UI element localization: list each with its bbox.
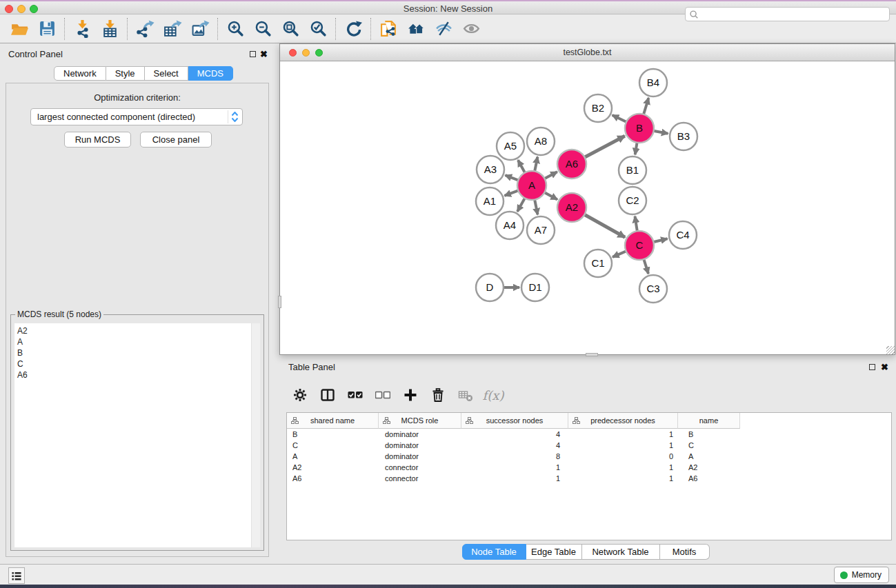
tab-motifs[interactable]: Motifs bbox=[660, 544, 710, 560]
toggle-column-view-button[interactable] bbox=[319, 386, 337, 404]
cell-0-2[interactable]: 4 bbox=[461, 429, 568, 440]
graph-node-A4[interactable]: A4 bbox=[496, 212, 524, 239]
cell-2-2[interactable]: 8 bbox=[461, 451, 568, 462]
table-row-A2[interactable]: A2connector11A2 bbox=[287, 462, 891, 473]
cell-1-3[interactable]: 1 bbox=[568, 440, 678, 451]
bottom-splitter-grip[interactable] bbox=[586, 353, 598, 356]
delete-column-button[interactable] bbox=[429, 386, 447, 404]
cell-1-1[interactable]: dominator bbox=[379, 440, 461, 451]
tab-network[interactable]: Network bbox=[54, 66, 106, 81]
cell-4-2[interactable]: 1 bbox=[461, 473, 568, 484]
network-canvas[interactable]: B4B2BB3A8A5A6A3B1AA1C2A2A4A7C4CC1C3DD1 bbox=[280, 61, 895, 354]
export-image-button[interactable] bbox=[186, 17, 214, 41]
mcds-result-item-a[interactable]: A bbox=[14, 336, 260, 347]
tab-select[interactable]: Select bbox=[145, 66, 188, 81]
graph-node-A7[interactable]: A7 bbox=[527, 216, 555, 244]
column-header-successor-nodes[interactable]: successor nodes bbox=[461, 413, 568, 429]
mcds-result-scrollbar[interactable] bbox=[251, 323, 260, 547]
table-row-A6[interactable]: A6connector11A6 bbox=[287, 473, 891, 484]
zoom-fit-button[interactable] bbox=[277, 17, 304, 41]
select-all-checkboxes-button[interactable] bbox=[346, 386, 364, 404]
table-panel-close-button[interactable]: ✖ bbox=[881, 363, 888, 372]
left-splitter-grip[interactable] bbox=[278, 296, 281, 308]
zoom-in-button[interactable] bbox=[221, 17, 249, 41]
graph-node-B3[interactable]: B3 bbox=[670, 123, 697, 150]
cell-1-0[interactable]: C bbox=[287, 440, 379, 451]
cell-0-4[interactable]: B bbox=[678, 429, 740, 440]
tab-style[interactable]: Style bbox=[106, 66, 145, 81]
cell-3-1[interactable]: connector bbox=[379, 462, 461, 473]
cell-4-0[interactable]: A6 bbox=[287, 473, 379, 484]
graph-node-A5[interactable]: A5 bbox=[497, 132, 524, 160]
graph-node-B2[interactable]: B2 bbox=[584, 94, 612, 122]
search-box[interactable] bbox=[685, 7, 890, 21]
run-mcds-button[interactable]: Run MCDS bbox=[64, 132, 131, 148]
clear-all-checkboxes-button[interactable] bbox=[374, 386, 392, 404]
cell-3-3[interactable]: 1 bbox=[568, 462, 678, 473]
cell-0-3[interactable]: 1 bbox=[568, 429, 678, 440]
graph-node-D[interactable]: D bbox=[476, 274, 504, 301]
tab-mcds[interactable]: MCDS bbox=[188, 66, 233, 81]
zoom-out-button[interactable] bbox=[249, 17, 277, 41]
home-view-button[interactable] bbox=[402, 17, 430, 41]
open-session-button[interactable] bbox=[6, 17, 33, 41]
cell-1-2[interactable]: 4 bbox=[461, 440, 568, 451]
function-builder-button[interactable]: f(x) bbox=[484, 386, 502, 404]
control-panel-close-button[interactable]: ✖ bbox=[260, 50, 268, 59]
show-eye-button[interactable] bbox=[457, 17, 485, 41]
graph-node-A6[interactable]: A6 bbox=[557, 150, 586, 179]
cell-1-4[interactable]: C bbox=[678, 440, 740, 451]
table-panel-float-button[interactable] bbox=[869, 364, 875, 370]
graph-node-B1[interactable]: B1 bbox=[619, 156, 646, 184]
graph-node-C1[interactable]: C1 bbox=[584, 250, 612, 277]
cell-2-4[interactable]: A bbox=[678, 451, 740, 462]
refresh-layout-button[interactable] bbox=[339, 17, 367, 41]
mcds-result-item-b[interactable]: B bbox=[14, 347, 260, 358]
graph-node-C2[interactable]: C2 bbox=[619, 187, 646, 214]
add-column-button[interactable] bbox=[401, 386, 419, 404]
clone-network-button[interactable] bbox=[375, 17, 402, 41]
export-table-button[interactable] bbox=[159, 17, 186, 41]
cell-4-4[interactable]: A6 bbox=[678, 473, 740, 484]
close-panel-button[interactable]: Close panel bbox=[140, 132, 212, 148]
table-row-C[interactable]: Cdominator41C bbox=[287, 440, 891, 451]
zoom-selected-button[interactable] bbox=[304, 17, 332, 41]
cell-3-2[interactable]: 1 bbox=[461, 462, 568, 473]
cell-0-0[interactable]: B bbox=[287, 429, 379, 440]
tab-node-table[interactable]: Node Table bbox=[462, 544, 526, 560]
graph-node-C3[interactable]: C3 bbox=[639, 275, 667, 303]
table-row-B[interactable]: Bdominator41B bbox=[287, 429, 891, 440]
delete-table-button[interactable] bbox=[457, 386, 475, 404]
graph-node-B[interactable]: B bbox=[625, 114, 654, 143]
graph-node-B4[interactable]: B4 bbox=[639, 69, 667, 97]
memory-button[interactable]: Memory bbox=[834, 567, 889, 583]
cell-0-1[interactable]: dominator bbox=[379, 429, 461, 440]
window-resize-grip[interactable] bbox=[886, 346, 895, 354]
hide-panels-button[interactable] bbox=[430, 17, 457, 41]
graph-node-A1[interactable]: A1 bbox=[476, 187, 504, 215]
graph-node-A8[interactable]: A8 bbox=[527, 128, 555, 155]
network-window-titlebar[interactable]: testGlobe.txt bbox=[280, 44, 895, 61]
column-header-shared-name[interactable]: shared name bbox=[287, 413, 379, 429]
import-table-button[interactable] bbox=[96, 17, 123, 41]
mcds-result-item-a6[interactable]: A6 bbox=[14, 369, 260, 381]
import-network-button[interactable] bbox=[68, 17, 96, 41]
cell-2-0[interactable]: A bbox=[287, 451, 379, 462]
graph-node-A2[interactable]: A2 bbox=[557, 193, 586, 222]
graph-node-A[interactable]: A bbox=[517, 171, 546, 200]
cell-2-1[interactable]: dominator bbox=[379, 451, 461, 462]
graph-node-C4[interactable]: C4 bbox=[669, 221, 697, 249]
column-header-predecessor-nodes[interactable]: predecessor nodes bbox=[568, 413, 678, 429]
column-header-name[interactable]: name bbox=[678, 413, 740, 429]
cell-4-3[interactable]: 1 bbox=[568, 473, 678, 484]
search-input[interactable] bbox=[699, 10, 889, 19]
cell-4-1[interactable]: connector bbox=[379, 473, 461, 484]
tab-edge-table[interactable]: Edge Table bbox=[526, 544, 582, 560]
graph-node-D1[interactable]: D1 bbox=[521, 274, 549, 301]
table-row-A[interactable]: Adominator80A bbox=[287, 451, 891, 462]
column-header-MCDS-role[interactable]: MCDS role bbox=[379, 413, 461, 429]
network-graph[interactable]: B4B2BB3A8A5A6A3B1AA1C2A2A4A7C4CC1C3DD1 bbox=[280, 61, 895, 354]
export-network-button[interactable] bbox=[131, 17, 159, 41]
tab-network-table[interactable]: Network Table bbox=[582, 544, 660, 560]
save-session-button[interactable] bbox=[33, 17, 61, 41]
